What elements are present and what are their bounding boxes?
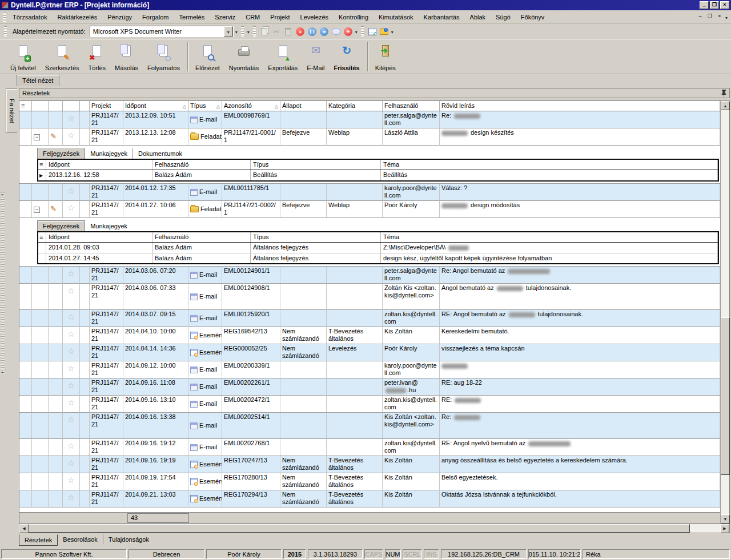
- table-row[interactable]: PRJ1147/21 2014.01.12. 17:35 E-mail EML0…: [19, 184, 720, 201]
- favorite-star-icon[interactable]: [67, 460, 75, 467]
- table-row[interactable]: PRJ1147/21 2014.09.19. 17:54 Esemény REG…: [19, 473, 720, 490]
- folder-info-icon[interactable]: [379, 26, 389, 37]
- menu-sugo[interactable]: Súgó: [491, 11, 516, 23]
- favorite-star-icon[interactable]: [67, 331, 75, 338]
- chevron-down-icon[interactable]: [355, 28, 358, 35]
- sub-column-idopont[interactable]: Időpont: [46, 232, 152, 242]
- chevron-down-icon[interactable]: [725, 14, 728, 21]
- delete-button[interactable]: Törlés: [84, 39, 111, 72]
- menu-kimutatasok[interactable]: Kimutatások: [373, 11, 419, 23]
- tab-besorolasok[interactable]: Besorolások: [58, 534, 103, 545]
- tab-dokumentumok[interactable]: Dokumentumok: [132, 148, 187, 159]
- edit-button[interactable]: Szerkesztés: [41, 39, 84, 72]
- mdi-close-button[interactable]: ×: [716, 13, 724, 21]
- scroll-right-icon[interactable]: ▶: [720, 524, 729, 533]
- tab-feljegyzesek[interactable]: Feljegyzések: [37, 148, 85, 159]
- toolbar-options-icon[interactable]: [235, 28, 238, 35]
- column-header-tipus[interactable]: Típus: [188, 101, 222, 111]
- vertical-scroll-thumb[interactable]: [721, 317, 730, 475]
- toolbar-grip[interactable]: [253, 26, 256, 37]
- menu-raktarkezeles[interactable]: Raktárkezelés: [53, 11, 103, 23]
- table-row[interactable]: PRJ1147/21 2014.09.16. 13:38 E-mail EML0…: [19, 413, 720, 439]
- favorite-star-icon[interactable]: [67, 271, 75, 277]
- favorite-star-icon[interactable]: [67, 288, 75, 295]
- menu-termeles[interactable]: Termelés: [174, 11, 210, 23]
- favorite-star-icon[interactable]: [67, 365, 75, 372]
- chevron-down-icon[interactable]: [391, 28, 393, 35]
- table-row[interactable]: PRJ1147/21 2013.12.13. 12:08 Feladat PRJ…: [19, 128, 720, 146]
- table-row[interactable]: PRJ1147/21 2014.03.06. 07:20 E-mail EML0…: [19, 267, 720, 284]
- favorite-star-icon[interactable]: [67, 417, 75, 424]
- table-row[interactable]: PRJ1147/21 2014.03.07. 09:15 E-mail EML0…: [19, 310, 720, 327]
- splitter-handle[interactable]: ▸▸: [1, 192, 5, 374]
- table-row[interactable]: PRJ1147/21 2013.12.09. 10:51 E-mail EML0…: [19, 111, 720, 128]
- column-header-projekt[interactable]: Projekt: [90, 101, 123, 111]
- toolbar-grip[interactable]: [361, 26, 364, 37]
- table-row[interactable]: PRJ1147/21 2014.09.16. 13:10 E-mail EML0…: [19, 396, 720, 413]
- grid-settings-icon[interactable]: [367, 26, 377, 37]
- table-row[interactable]: PRJ1147/21 2014.03.06. 07:33 E-mail EML0…: [19, 284, 720, 310]
- vertical-scrollbar[interactable]: ▲ ▼: [720, 101, 729, 523]
- scroll-left-icon[interactable]: ◀: [19, 524, 29, 533]
- favorite-star-icon[interactable]: [67, 115, 75, 122]
- tab-tulajdonsagok[interactable]: Tulajdonságok: [103, 534, 154, 545]
- favorite-star-icon[interactable]: [67, 205, 75, 212]
- scroll-down-icon[interactable]: ▼: [721, 514, 730, 523]
- toolbar-options-icon[interactable]: [247, 28, 250, 35]
- sub-column-tema[interactable]: Téma: [381, 232, 718, 242]
- table-row[interactable]: PRJ1147/21 2014.09.21. 13:03 Esemény REG…: [19, 490, 720, 507]
- table-row[interactable]: PRJ1147/21 2014.09.12. 10:00 E-mail EML0…: [19, 361, 720, 378]
- menu-levelezes[interactable]: Levelezés: [295, 11, 334, 23]
- paste-icon[interactable]: [283, 26, 294, 37]
- menu-torzsadatok[interactable]: Törzsadatok: [7, 11, 53, 23]
- continuous-button[interactable]: Folyamatos: [143, 39, 184, 72]
- table-row[interactable]: PRJ1147/21 2014.04.14. 14:36 Esemény REG…: [19, 344, 720, 361]
- tab-munkajegyek[interactable]: Munkajegyek: [85, 221, 132, 231]
- collapse-button[interactable]: [34, 207, 40, 213]
- collapse-button[interactable]: [34, 134, 40, 140]
- tab-feljegyzesek[interactable]: Feljegyzések: [37, 220, 85, 231]
- edit-note-icon[interactable]: [50, 133, 57, 140]
- tab-reszletek[interactable]: Részletek: [19, 534, 58, 546]
- menu-crm[interactable]: CRM: [240, 11, 265, 23]
- tab-tetel-nezet[interactable]: Tétel nézet: [16, 75, 59, 86]
- restore-button[interactable]: ❐: [710, 1, 719, 9]
- sub-column-idopont[interactable]: Időpont: [46, 160, 152, 170]
- edit-note-icon[interactable]: [50, 206, 57, 212]
- stop-icon[interactable]: [319, 26, 330, 37]
- sub-column-tema[interactable]: Téma: [381, 160, 718, 170]
- toolbar-grip[interactable]: [4, 26, 7, 37]
- table-row[interactable]: PRJ1147/21 2014.01.27. 10:06 Feladat PRJ…: [19, 201, 720, 218]
- tab-munkajegyek[interactable]: Munkajegyek: [85, 148, 132, 159]
- favorite-star-icon[interactable]: [67, 494, 75, 501]
- pause-icon[interactable]: [307, 26, 318, 37]
- refresh-button[interactable]: Frissítés: [329, 39, 364, 72]
- copy-icon[interactable]: [259, 26, 270, 37]
- column-header-allapot[interactable]: Állapot: [280, 101, 327, 111]
- horizontal-scrollbar[interactable]: ◀ ▶: [19, 524, 730, 533]
- table-row[interactable]: 2013.12.16. 12:58 Balázs Ádám Beállítás …: [38, 170, 718, 180]
- column-header-kategoria[interactable]: Kategória: [327, 101, 383, 111]
- toolbar-grip[interactable]: [241, 26, 244, 37]
- table-row[interactable]: PRJ1147/21 2014.09.16. 11:08 E-mail EML0…: [19, 378, 720, 396]
- column-header-rovid-leiras[interactable]: Rövid leírás: [440, 101, 720, 111]
- menu-karbantartas[interactable]: Karbantartás: [419, 11, 465, 23]
- export-button[interactable]: Exportálás: [263, 39, 302, 72]
- favorite-star-icon[interactable]: [67, 400, 75, 406]
- copy-record-button[interactable]: Másolás: [110, 39, 143, 72]
- cut-icon[interactable]: [271, 26, 282, 37]
- comment-icon[interactable]: [331, 26, 342, 37]
- table-row[interactable]: 2014.01.27. 14:45 Balázs Ádám Általános …: [38, 253, 718, 263]
- menu-fokonyv[interactable]: Főkönyv: [516, 11, 550, 23]
- table-row[interactable]: PRJ1147/21 2014.09.16. 19:19 Esemény REG…: [19, 456, 720, 473]
- table-row[interactable]: PRJ1147/21 2014.04.10. 10:00 Esemény REG…: [19, 327, 720, 344]
- column-chooser-icon[interactable]: [38, 160, 46, 170]
- record-icon[interactable]: [295, 26, 306, 37]
- sub-column-felhasznalo[interactable]: Felhasználó: [152, 232, 251, 242]
- printer-select[interactable]: Microsoft XPS Document Writer: [90, 26, 234, 37]
- sub-column-tipus[interactable]: Típus: [251, 232, 381, 242]
- add-icon[interactable]: [343, 26, 354, 37]
- column-header-azonosito[interactable]: Azonosító: [222, 101, 280, 111]
- scroll-up-icon[interactable]: ▲: [721, 101, 730, 110]
- email-button[interactable]: E-Mail: [302, 39, 329, 72]
